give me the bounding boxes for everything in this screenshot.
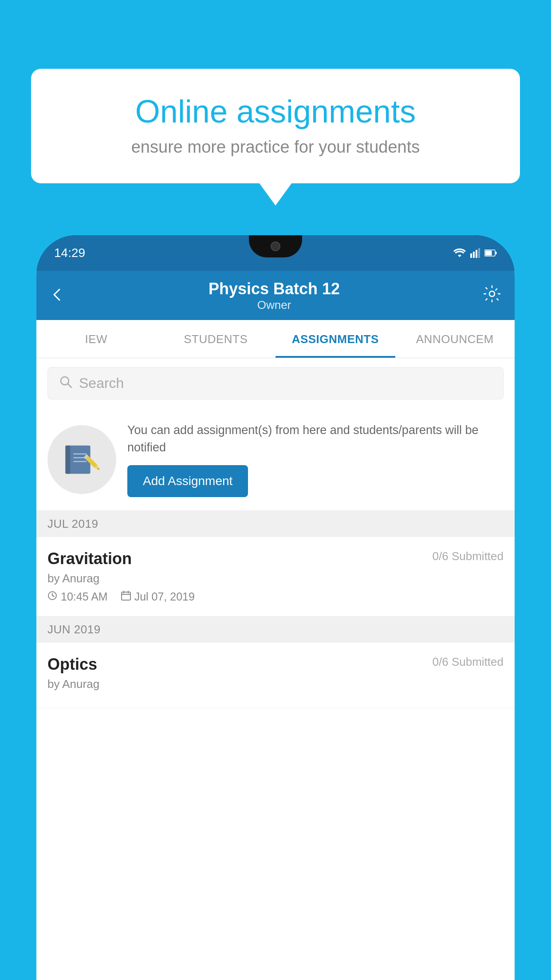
assignment-author-gravitation: by Anurag [47,572,504,585]
signal-icon [470,248,480,258]
assignment-date-item: Jul 07, 2019 [121,590,195,604]
svg-rect-1 [473,252,475,258]
assignment-time: 10:45 AM [61,590,108,603]
svg-rect-11 [65,445,70,474]
clock-icon [47,590,57,604]
assignment-meta-gravitation: 10:45 AM Jul 07, 2019 [47,590,504,604]
tab-assignments[interactable]: ASSIGNMENTS [276,320,395,358]
assignment-submitted-gravitation: 0/6 Submitted [433,549,504,563]
status-bar: 14:29 [36,235,515,271]
svg-rect-6 [496,252,497,254]
svg-line-9 [68,384,71,387]
batch-subtitle: Owner [209,298,340,312]
assignment-title-optics: Optics [47,655,97,674]
promo-text-section: You can add assignment(s) from here and … [127,422,504,497]
svg-rect-3 [478,248,480,258]
assignment-date: Jul 07, 2019 [134,590,195,603]
svg-rect-22 [122,592,130,600]
calendar-icon [121,590,131,604]
assignment-title-gravitation: Gravitation [47,549,132,568]
add-assignment-button[interactable]: Add Assignment [127,465,248,497]
month-separator-jun: JUN 2019 [36,616,515,643]
svg-rect-0 [470,253,472,258]
promo-section: You can add assignment(s) from here and … [36,408,515,511]
search-bar-container: Search [36,358,515,408]
phone-notch [249,235,302,257]
wifi-icon [453,248,466,258]
svg-line-21 [52,596,54,597]
promo-icon-circle [47,425,116,494]
promo-description: You can add assignment(s) from here and … [127,422,504,456]
status-time: 14:29 [54,246,85,260]
speech-bubble-subtitle: ensure more practice for your students [62,138,489,157]
tab-students[interactable]: STUDENTS [156,320,276,358]
tab-iew[interactable]: IEW [36,320,156,358]
speech-bubble: Online assignments ensure more practice … [31,69,520,183]
assignment-row1: Gravitation 0/6 Submitted [47,549,504,568]
svg-rect-2 [476,250,477,258]
assignment-time-item: 10:45 AM [47,590,108,604]
phone-inner: Physics Batch 12 Owner IEW STUDENTS ASSI… [36,271,515,980]
search-bar[interactable]: Search [47,367,504,399]
month-separator-jul: JUL 2019 [36,511,515,537]
search-icon [59,375,72,392]
battery-icon [484,249,497,257]
assignment-submitted-optics: 0/6 Submitted [433,655,504,669]
speech-bubble-container: Online assignments ensure more practice … [31,69,520,183]
tab-announcements[interactable]: ANNOUNCEM [395,320,515,358]
assignment-author-optics: by Anurag [47,677,504,691]
batch-title: Physics Batch 12 [209,280,340,298]
assignment-item-gravitation[interactable]: Gravitation 0/6 Submitted by Anurag 10:4… [36,537,515,616]
header-title-section: Physics Batch 12 Owner [209,280,340,312]
back-button[interactable] [50,285,66,307]
settings-button[interactable] [483,285,501,307]
app-header: Physics Batch 12 Owner [36,271,515,320]
svg-rect-5 [485,251,492,256]
search-placeholder: Search [79,375,124,391]
notebook-icon [63,441,101,478]
assignment-item-optics[interactable]: Optics 0/6 Submitted by Anurag [36,643,515,708]
phone-frame: 14:29 [36,235,515,980]
status-icons [453,248,497,258]
tabs-container: IEW STUDENTS ASSIGNMENTS ANNOUNCEM [36,320,515,358]
speech-bubble-title: Online assignments [62,93,489,130]
optics-row1: Optics 0/6 Submitted [47,655,504,674]
svg-point-7 [489,291,495,296]
camera-icon [271,241,280,251]
